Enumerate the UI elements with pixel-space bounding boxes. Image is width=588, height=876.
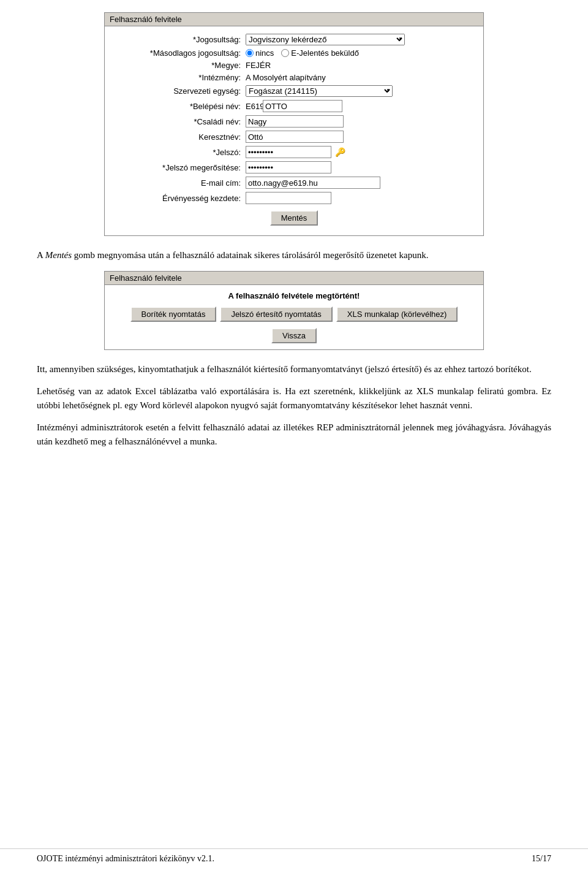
email-label: E-mail cím: bbox=[117, 178, 246, 188]
footer-right: 15/17 bbox=[532, 854, 551, 864]
jogosultsag-label: *Jogosultság: bbox=[117, 35, 246, 44]
nincs-radio-label[interactable]: nincs bbox=[246, 48, 274, 58]
ervenykezdete-label: Érvényesség kezdete: bbox=[117, 194, 246, 203]
user-form-box: Felhasználó felvitele *Jogosultság: Jogv… bbox=[104, 12, 484, 236]
keresztnev-label: Keresztnév: bbox=[117, 132, 246, 142]
jelszo-row: *Jelszó: 🔑 bbox=[117, 146, 471, 158]
intezmeny-label: *Intézmény: bbox=[117, 73, 246, 82]
masodlagos-row: *Másodlagos jogosultság: nincs E-Jelenté… bbox=[117, 48, 471, 58]
ejelentes-radio[interactable] bbox=[281, 49, 289, 57]
para4-text: Intézményi adminisztrátorok esetén a fel… bbox=[37, 421, 551, 448]
mentes-italic: Mentés bbox=[45, 250, 72, 260]
belepesi-prefix: E619 bbox=[246, 102, 263, 111]
ervenykezdete-input[interactable] bbox=[246, 192, 331, 204]
jelszo-input[interactable] bbox=[246, 146, 331, 158]
confirm-back-row: Vissza bbox=[117, 328, 471, 343]
szervezeti-select-wrapper[interactable]: Fogászat (214115) bbox=[246, 85, 393, 97]
keresztnev-row: Keresztnév: bbox=[117, 131, 471, 143]
mentes-button[interactable]: Mentés bbox=[270, 210, 318, 226]
jelszo-confirm-input[interactable] bbox=[246, 161, 331, 173]
page-footer: OJOTE intézményi adminisztrátori kézikön… bbox=[0, 848, 588, 864]
belepesi-label: *Belépési név: bbox=[117, 102, 246, 111]
masodlagos-radio-group: nincs E-Jelentés beküldő bbox=[246, 48, 359, 58]
para3-text: Lehetőség van az adatok Excel táblázatba… bbox=[37, 384, 551, 412]
masodlagos-label: *Másodlagos jogosultság: bbox=[117, 48, 246, 58]
mentes-button-row: Mentés bbox=[117, 210, 471, 226]
jelszo-confirm-row: *Jelszó megerősítése: bbox=[117, 161, 471, 173]
nincs-radio[interactable] bbox=[246, 49, 254, 57]
jogosultsag-row: *Jogosultság: Jogviszony lekérdező bbox=[117, 34, 471, 45]
jelszo-confirm-label: *Jelszó megerősítése: bbox=[117, 163, 246, 172]
vissza-button[interactable]: Vissza bbox=[271, 328, 317, 343]
confirm-buttons: Boríték nyomtatás Jelszó értesítő nyomta… bbox=[117, 307, 471, 322]
csaladi-input[interactable] bbox=[246, 115, 344, 128]
email-row: E-mail cím: bbox=[117, 177, 471, 189]
megye-label: *Megye: bbox=[117, 61, 246, 70]
email-input[interactable] bbox=[246, 177, 380, 189]
xls-munkalap-button[interactable]: XLS munkalap (körlevélhez) bbox=[336, 307, 458, 322]
jelszo-password-row: 🔑 bbox=[246, 146, 345, 158]
jelszo-label: *Jelszó: bbox=[117, 148, 246, 157]
megye-row: *Megye: FEJÉR bbox=[117, 61, 471, 70]
boritek-button[interactable]: Boríték nyomtatás bbox=[130, 307, 217, 322]
form-box-title: Felhasználó felvitele bbox=[105, 13, 483, 26]
key-icon: 🔑 bbox=[335, 147, 345, 158]
confirm-box: Felhasználó felvitele A felhasználó felv… bbox=[104, 271, 484, 350]
intezmeny-value: A Mosolyért alapítvány bbox=[246, 73, 326, 82]
word-text: Word bbox=[140, 400, 160, 410]
jelszo-ertesito-button[interactable]: Jelszó értesítő nyomtatás bbox=[220, 307, 332, 322]
ervenykezdete-row: Érvényesség kezdete: bbox=[117, 192, 471, 204]
confirm-message: A felhasználó felvétele megtörtént! bbox=[117, 291, 471, 300]
belepesi-row: *Belépési név: E619 bbox=[117, 100, 471, 112]
footer-left: OJOTE intézményi adminisztrátori kézikön… bbox=[37, 854, 214, 864]
confirm-box-title: Felhasználó felvitele bbox=[105, 272, 483, 285]
csaladi-label: *Családi név: bbox=[117, 117, 246, 126]
csaladi-row: *Családi név: bbox=[117, 115, 471, 128]
para1-text: A Mentés gomb megnyomása után a felhaszn… bbox=[37, 248, 551, 262]
szervezeti-label: Szervezeti egység: bbox=[117, 86, 246, 96]
para2-text: Itt, amennyiben szükséges, kinyomtathatj… bbox=[37, 362, 551, 376]
ejelentes-radio-label[interactable]: E-Jelentés beküldő bbox=[281, 48, 359, 58]
jogosultsag-select[interactable]: Jogviszony lekérdező bbox=[246, 34, 405, 45]
szervezeti-select[interactable]: Fogászat (214115) bbox=[246, 85, 393, 97]
keresztnev-input[interactable] bbox=[246, 131, 344, 143]
belepesi-input[interactable] bbox=[263, 100, 342, 112]
szervezeti-row: Szervezeti egység: Fogászat (214115) bbox=[117, 85, 471, 97]
jogosultsag-select-wrapper[interactable]: Jogviszony lekérdező bbox=[246, 34, 405, 45]
megye-value: FEJÉR bbox=[246, 61, 271, 70]
intezmeny-row: *Intézmény: A Mosolyért alapítvány bbox=[117, 73, 471, 82]
